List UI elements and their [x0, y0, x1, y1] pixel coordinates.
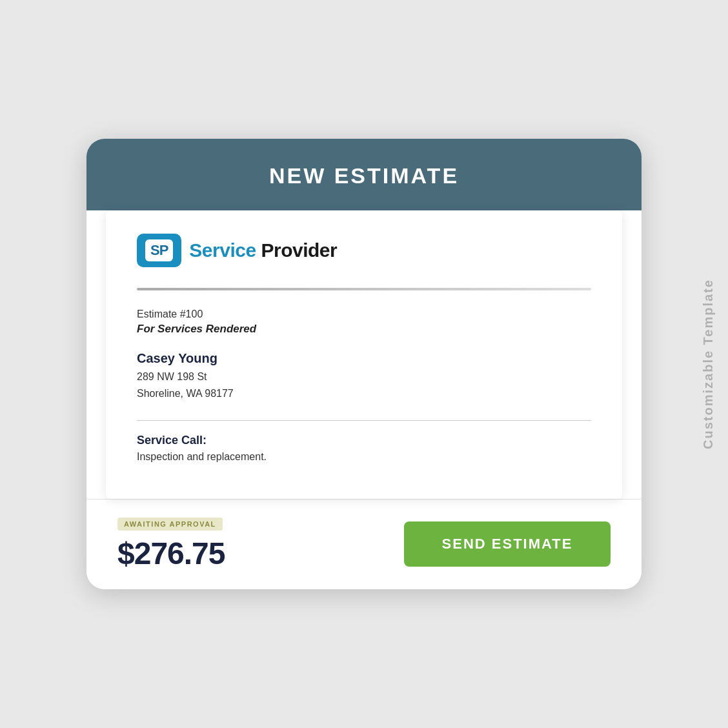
status-badge: AWAITING APPROVAL: [117, 518, 223, 531]
send-estimate-button[interactable]: SEND ESTIMATE: [404, 521, 611, 567]
document-area: SP Service Provider Estimate #100 Fo: [106, 210, 622, 498]
estimate-header-title: NEW ESTIMATE: [112, 163, 616, 188]
logo-area: SP Service Provider: [137, 234, 591, 267]
logo-service-word: Service: [189, 239, 256, 261]
estimate-info: Estimate #100 For Services Rendered: [137, 308, 591, 336]
customer-info: Casey Young 289 NW 198 St Shoreline, WA …: [137, 351, 591, 401]
mid-divider: [137, 420, 591, 421]
logo-text: Service Provider: [189, 239, 337, 261]
estimate-number: Estimate #100: [137, 308, 591, 320]
outer-wrapper: Customizable Template NEW ESTIMATE SP: [54, 48, 674, 680]
logo-badge-inner: SP: [145, 239, 173, 261]
customer-address-line1: 289 NW 198 St: [137, 369, 591, 385]
logo-badge-text: SP: [150, 242, 168, 258]
customer-name: Casey Young: [137, 351, 591, 366]
top-divider: [137, 288, 591, 290]
customizable-template-label: Customizable Template: [701, 279, 716, 449]
customer-address: 289 NW 198 St Shoreline, WA 98177: [137, 369, 591, 401]
customer-address-line2: Shoreline, WA 98177: [137, 385, 591, 402]
logo-badge: SP: [137, 234, 181, 267]
service-section: Service Call: Inspection and replacement…: [137, 434, 591, 463]
status-amount-group: AWAITING APPROVAL $276.75: [117, 518, 225, 571]
document-main-content: SP Service Provider Estimate #100 Fo: [86, 210, 642, 589]
estimate-subtitle: For Services Rendered: [137, 323, 591, 336]
bottom-bar: AWAITING APPROVAL $276.75 SEND ESTIMATE: [86, 499, 642, 589]
logo-provider-word: Provider: [261, 239, 337, 261]
estimate-amount: $276.75: [117, 536, 225, 571]
service-description: Inspection and replacement.: [137, 451, 591, 463]
document-inner: SP Service Provider Estimate #100 Fo: [106, 210, 622, 498]
device-header: NEW ESTIMATE: [86, 139, 642, 210]
device-card: NEW ESTIMATE SP Service Provide: [86, 139, 642, 589]
service-label: Service Call:: [137, 434, 591, 447]
